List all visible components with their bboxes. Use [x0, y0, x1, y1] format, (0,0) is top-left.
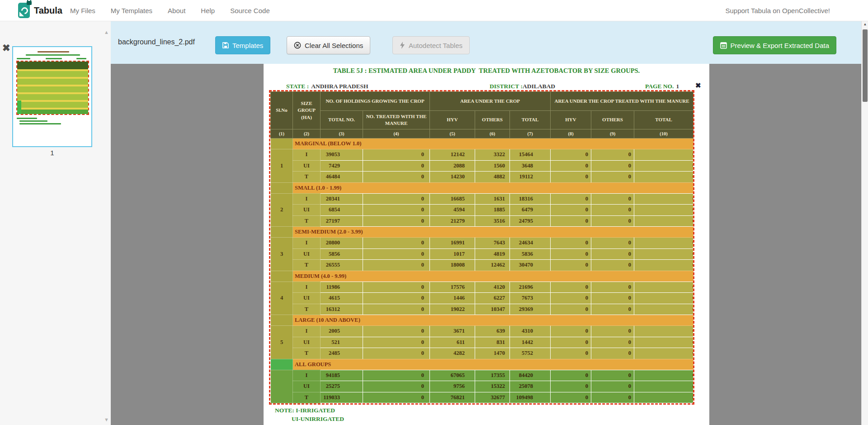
lightning-icon: [400, 42, 405, 49]
scrollbar-up-icon[interactable]: ▲: [862, 22, 868, 26]
clear-circle-x-icon: [294, 42, 301, 49]
note-line-2: UI-UNIRRIGATED: [292, 415, 344, 423]
state-value: ANDHRA PRADESH: [311, 83, 368, 90]
nav-my-files[interactable]: My Files: [70, 7, 95, 14]
lock-icon: [27, 1, 32, 5]
sidebar-scroll-down-icon[interactable]: ▼: [104, 417, 109, 422]
selection-close-icon[interactable]: ✖: [695, 82, 701, 89]
main-nav: My Files My Templates About Help Source …: [70, 0, 270, 21]
sidebar-scroll-up-icon[interactable]: ▲: [104, 29, 109, 35]
thumb-note-line: [19, 120, 47, 122]
note-line-1: NOTE: I-IRRIGATED: [275, 407, 335, 414]
data-table-region: Sl.No SIZE GROUP (HA) NO. OF HOLDINGS GR…: [270, 91, 693, 403]
thumb-table-selection: [16, 61, 89, 115]
district-value: ADILABAD: [523, 83, 555, 90]
page-thumbnail[interactable]: [12, 46, 92, 147]
thumb-meta-line: [17, 58, 30, 59]
thumbnail-page-number: 1: [12, 149, 92, 157]
nav-help[interactable]: Help: [201, 7, 215, 14]
nav-source-code[interactable]: Source Code: [230, 7, 270, 14]
document-title: TABLE 5J : ESTIMATED AREA UNDER PADDY TR…: [264, 67, 709, 75]
thumb-title-line: [38, 51, 69, 53]
toolbar: background_lines_2.pdf Templates Clear A…: [111, 21, 861, 64]
page-thumbnail-sidebar: ▲ ✖ 1 ▼: [0, 21, 111, 425]
table-list-icon: [720, 42, 727, 49]
thumb-note-line: [19, 123, 61, 124]
pdf-viewer-area: TABLE 5J : ESTIMATED AREA UNDER PADDY TR…: [111, 64, 861, 425]
document-filename: background_lines_2.pdf: [118, 38, 195, 46]
district-field: DISTRICT :ADILABAD: [490, 83, 555, 90]
templates-button[interactable]: Templates: [215, 36, 270, 54]
page-no-label: PAGE NO.: [645, 83, 674, 90]
brand-link[interactable]: Tabula: [18, 3, 62, 18]
thumb-subtitle-line: [26, 54, 80, 56]
nav-about[interactable]: About: [168, 7, 185, 14]
tabula-logo-icon: [18, 3, 30, 18]
thumb-meta-line: [76, 58, 86, 59]
thumb-note-line: [17, 118, 37, 119]
page-no-value: 1: [676, 83, 679, 90]
brand-name: Tabula: [34, 5, 62, 16]
clear-all-selections-button[interactable]: Clear All Selections: [287, 36, 370, 54]
state-field: STATE :ANDHRA PRADESH: [286, 83, 368, 90]
page-delete-icon[interactable]: ✖: [2, 43, 10, 53]
state-label: STATE :: [286, 83, 309, 90]
district-label: DISTRICT :: [490, 83, 523, 90]
pdf-page[interactable]: TABLE 5J : ESTIMATED AREA UNDER PADDY TR…: [264, 64, 709, 425]
selection-box[interactable]: [269, 90, 694, 405]
window-scrollbar: ▲: [861, 21, 868, 425]
nav-my-templates[interactable]: My Templates: [111, 7, 152, 14]
top-navbar: Tabula My Files My Templates About Help …: [0, 0, 868, 21]
save-template-icon: [222, 42, 229, 48]
thumb-meta-line: [46, 58, 62, 59]
support-link[interactable]: Support Tabula on OpenCollective!: [725, 0, 830, 21]
autodetect-tables-button[interactable]: Autodetect Tables: [392, 36, 470, 54]
preview-export-button[interactable]: Preview & Export Extracted Data: [713, 36, 836, 54]
scrollbar-thumb[interactable]: [863, 29, 868, 102]
page-no-field: PAGE NO.1: [645, 83, 679, 90]
